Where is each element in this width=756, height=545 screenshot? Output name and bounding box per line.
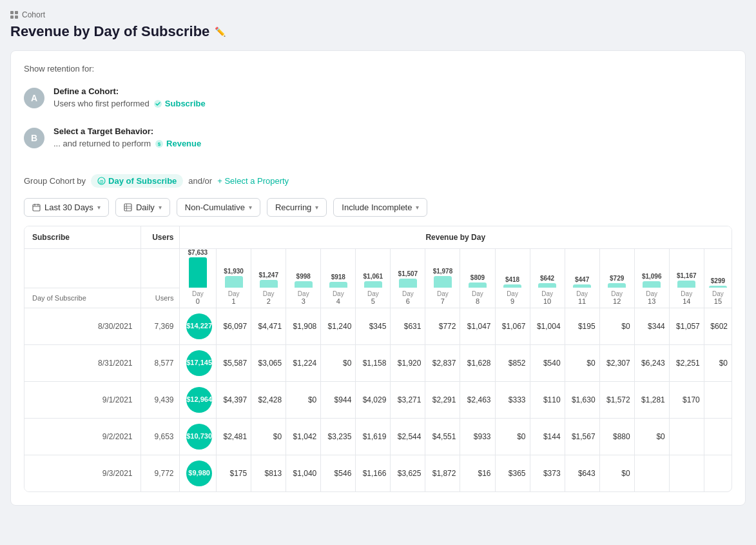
revenue-event-link[interactable]: $ Revenue xyxy=(155,139,201,148)
val-cell-4-8: $16 xyxy=(460,455,495,492)
val-cell-2-2: $2,428 xyxy=(251,382,286,419)
table-row: 8/31/20218,577$17,145$5,587$3,065$1,224$… xyxy=(24,345,732,382)
bar-cell-6: $1,507 xyxy=(391,249,425,288)
val-cell-0-9: $1,067 xyxy=(495,308,530,345)
val-cell-3-0: $10,730 xyxy=(179,419,217,455)
val-cell-0-6: $631 xyxy=(391,308,425,345)
date-range-chevron: ▾ xyxy=(97,204,101,211)
svg-rect-5 xyxy=(33,204,40,211)
day-header-9: Day9 xyxy=(495,288,530,308)
val-cell-2-10: $110 xyxy=(530,382,565,419)
val-cell-0-8: $1,047 xyxy=(460,308,495,345)
bar-cell-13: $1,096 xyxy=(634,249,669,288)
val-cell-4-3: $1,040 xyxy=(286,455,321,492)
day-header-13: Day13 xyxy=(634,288,669,308)
bar-cell-0: $7,633 xyxy=(179,249,217,288)
incomplete-label: Include Incomplete xyxy=(342,203,412,212)
val-cell-2-8: $2,463 xyxy=(460,382,495,419)
svg-text:$: $ xyxy=(158,141,161,147)
day-header-row: Day of Subscribe Users Day0 Day1 Day2 Da… xyxy=(24,288,732,308)
group-label: Group Cohort by xyxy=(24,176,86,186)
bar-cell-4: $918 xyxy=(321,249,356,288)
val-cell-2-0: $12,964 xyxy=(179,382,217,419)
date-cell-3: 9/2/2021 xyxy=(24,419,141,455)
subscribe-event-link[interactable]: Subscribe xyxy=(153,99,206,108)
day-header-12: Day12 xyxy=(599,288,634,308)
toolbar: Last 30 Days ▾ Daily ▾ Non-Cumulative ▾ … xyxy=(24,198,732,217)
main-card: Show retention for: A Define a Cohort: U… xyxy=(10,50,746,506)
day-header-5: Day5 xyxy=(356,288,391,308)
highlight-circle: $10,730 xyxy=(186,424,212,450)
day-header-2: Day2 xyxy=(251,288,286,308)
val-cell-1-13: $6,243 xyxy=(634,345,669,382)
day-of-subscribe-chip[interactable]: @ Day of Subscribe xyxy=(91,174,183,188)
val-cell-4-9: $365 xyxy=(495,455,530,492)
val-cell-1-11: $0 xyxy=(565,345,599,382)
highlight-circle: $14,227 xyxy=(186,313,212,339)
val-cell-3-13: $0 xyxy=(634,419,669,455)
page-title-row: Revenue by Day of Subscribe ✏️ xyxy=(10,23,746,40)
val-cell-4-10: $373 xyxy=(530,455,565,492)
recurring-label: Recurring xyxy=(275,203,311,212)
section-b: B Select a Target Behavior: ... and retu… xyxy=(24,126,732,148)
date-range-label: Last 30 Days xyxy=(44,203,93,212)
val-cell-0-14: $1,057 xyxy=(669,308,704,345)
section-a-label: Define a Cohort: xyxy=(53,86,732,96)
val-cell-3-3: $1,042 xyxy=(286,419,321,455)
cohort-table: Subscribe Users Revenue by Day $7,633 $1… xyxy=(24,226,732,492)
val-cell-3-15 xyxy=(704,419,732,455)
val-cell-0-11: $195 xyxy=(565,308,599,345)
section-a-content: Define a Cohort: Users who first perform… xyxy=(53,86,732,108)
val-cell-4-15 xyxy=(704,455,732,492)
val-cell-3-12: $880 xyxy=(599,419,634,455)
val-cell-0-5: $345 xyxy=(356,308,391,345)
recurring-btn[interactable]: Recurring ▾ xyxy=(267,198,327,217)
val-cell-2-11: $1,630 xyxy=(565,382,599,419)
interval-btn[interactable]: Daily ▾ xyxy=(115,198,170,217)
val-cell-0-0: $14,227 xyxy=(179,308,217,345)
val-cell-0-4: $1,240 xyxy=(321,308,356,345)
val-cell-3-6: $2,544 xyxy=(391,419,425,455)
select-property-btn[interactable]: + Select a Property xyxy=(217,176,289,186)
val-cell-3-1: $2,481 xyxy=(217,419,251,455)
val-cell-2-1: $4,397 xyxy=(217,382,251,419)
val-cell-2-5: $4,029 xyxy=(356,382,391,419)
bar-cell-1: $1,930 xyxy=(217,249,251,288)
val-cell-0-1: $6,097 xyxy=(217,308,251,345)
bar-cell-3: $998 xyxy=(286,249,321,288)
bar-cell-11: $447 xyxy=(565,249,599,288)
section-a-sub: Users who first performed Subscribe xyxy=(53,99,732,108)
val-cell-2-6: $3,271 xyxy=(391,382,425,419)
day-header-15: Day15 xyxy=(704,288,732,308)
recurring-chevron: ▾ xyxy=(315,204,318,211)
day-header-7: Day7 xyxy=(425,288,460,308)
subscribe-event-icon xyxy=(153,99,162,108)
highlight-circle: $9,980 xyxy=(186,461,212,486)
chip-icon: @ xyxy=(97,177,106,185)
val-cell-3-4: $3,235 xyxy=(321,419,356,455)
val-cell-0-7: $772 xyxy=(425,308,460,345)
col-subscribe-header: Subscribe xyxy=(24,226,141,249)
date-range-btn[interactable]: Last 30 Days ▾ xyxy=(24,198,109,217)
col-users-header: Users xyxy=(141,226,179,249)
section-b-label: Select a Target Behavior: xyxy=(53,126,732,136)
val-cell-2-12: $1,572 xyxy=(599,382,634,419)
edit-icon[interactable]: ✏️ xyxy=(215,26,226,37)
val-cell-4-5: $1,166 xyxy=(356,455,391,492)
day-header-4: Day4 xyxy=(321,288,356,308)
table-row: 9/1/20219,439$12,964$4,397$2,428$0$944$4… xyxy=(24,382,732,419)
val-cell-0-3: $1,908 xyxy=(286,308,321,345)
bar-cell-10: $642 xyxy=(530,249,565,288)
data-table: Subscribe Users Revenue by Day $7,633 $1… xyxy=(24,226,732,491)
highlight-circle: $12,964 xyxy=(186,387,212,413)
cumulative-btn[interactable]: Non-Cumulative ▾ xyxy=(177,198,260,217)
val-cell-1-12: $2,307 xyxy=(599,345,634,382)
val-cell-1-5: $1,158 xyxy=(356,345,391,382)
val-cell-0-13: $344 xyxy=(634,308,669,345)
breadcrumb: Cohort xyxy=(10,10,746,19)
bar-cell-14: $1,167 xyxy=(669,249,704,288)
incomplete-btn[interactable]: Include Incomplete ▾ xyxy=(333,198,427,217)
users-cell-4: 9,772 xyxy=(141,455,179,492)
bar-cell-8: $809 xyxy=(460,249,495,288)
val-cell-1-9: $852 xyxy=(495,345,530,382)
